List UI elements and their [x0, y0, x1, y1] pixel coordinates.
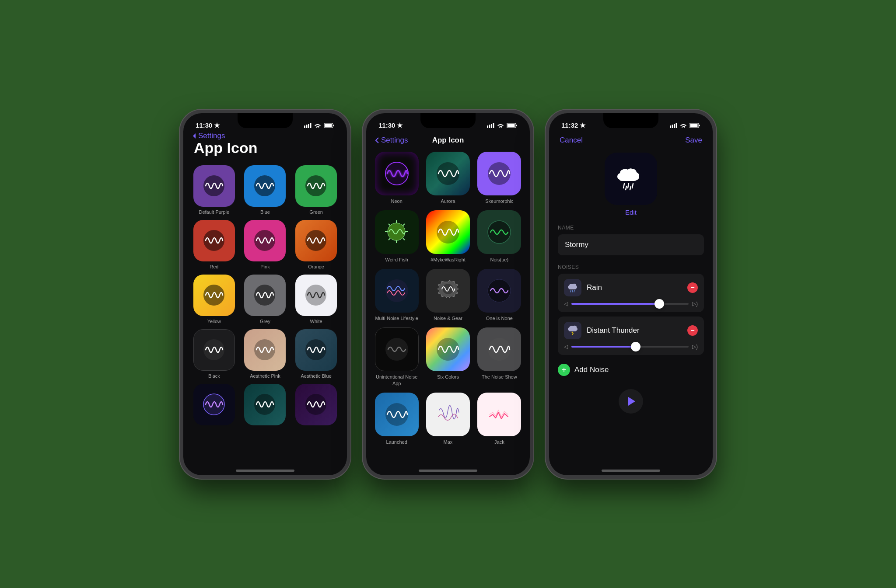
icon-item-teal[interactable] — [243, 384, 287, 428]
icon-item-aurora[interactable]: Aurora — [424, 152, 471, 204]
icon-item-green[interactable]: Green — [294, 165, 338, 215]
remove-thunder-button[interactable]: − — [687, 325, 698, 336]
icon-item-black[interactable]: Black — [192, 329, 236, 379]
icon-item-multi-noise[interactable]: Multi-Noise Lifestyle — [373, 269, 420, 321]
add-icon: + — [558, 364, 570, 376]
phone2-scroll-content[interactable]: Neon Aurora — [366, 148, 530, 471]
add-noise-label: Add Noise — [574, 365, 609, 374]
save-button[interactable]: Save — [685, 136, 702, 145]
svg-line-62 — [570, 290, 571, 292]
waveform-noisue — [486, 219, 512, 245]
app-icon-green — [295, 165, 337, 207]
back-button-1[interactable]: Settings — [192, 132, 225, 140]
home-indicator-1 — [236, 470, 294, 472]
remove-rain-button[interactable]: − — [687, 282, 698, 293]
icon-item-purple-outline[interactable] — [192, 384, 236, 428]
icon-item-noise-show[interactable]: The Noise Show — [476, 327, 523, 386]
icon-item-weird-fish[interactable]: Weird Fish — [373, 210, 420, 263]
rain-icon-bg — [564, 279, 581, 296]
icon-item-skeumorphic[interactable]: Skeumorphic — [476, 152, 523, 204]
svg-line-57 — [623, 184, 624, 188]
svg-point-44 — [443, 284, 453, 294]
svg-point-14 — [254, 285, 275, 306]
svg-rect-25 — [493, 123, 494, 128]
edit-link[interactable]: Edit — [625, 209, 637, 216]
icon-item-red[interactable]: Red — [192, 220, 236, 269]
rain-slider-track[interactable] — [571, 303, 689, 305]
icon-item-aesthetic-pink[interactable]: Aesthetic Pink — [243, 329, 287, 379]
waveform-neon — [384, 160, 410, 187]
back-button-2[interactable]: Settings — [375, 136, 408, 145]
cancel-button[interactable]: Cancel — [560, 136, 583, 145]
svg-line-61 — [630, 186, 631, 190]
name-input[interactable] — [558, 234, 704, 255]
add-noise-button[interactable]: + Add Noise — [558, 359, 704, 380]
icon-item-unintentional[interactable]: Unintentional Noise App — [373, 327, 420, 386]
icon-item-blue[interactable]: Blue — [243, 165, 287, 215]
play-button[interactable] — [619, 389, 643, 414]
icon-item-neon[interactable]: Neon — [373, 152, 420, 204]
waveform-multi — [384, 278, 410, 304]
svg-rect-24 — [491, 124, 492, 128]
icon-item-noisue[interactable]: Nois(ue) — [476, 210, 523, 263]
svg-point-17 — [254, 339, 275, 360]
noises-label: NOISES — [558, 264, 704, 270]
thunder-noise-name: Distant Thunder — [587, 326, 682, 335]
icon-label-unintentional: Unintentional Noise App — [373, 374, 420, 386]
waveform-gear — [434, 277, 462, 305]
thunder-slider-track[interactable] — [571, 346, 689, 348]
phone1-scroll-content[interactable]: App Icon Default Purple — [183, 139, 347, 458]
phone3-scroll-content[interactable]: Edit NAME NOISES — [549, 148, 713, 471]
svg-line-60 — [626, 186, 626, 190]
svg-point-7 — [203, 175, 224, 196]
waveform-myke — [435, 219, 461, 245]
app-icon-noise-show — [477, 327, 521, 371]
svg-line-38 — [403, 224, 405, 226]
icon-item-max[interactable]: Max — [424, 393, 471, 445]
waveform-svg-purple-outline — [202, 393, 226, 417]
icon-item-launched[interactable]: Launched — [373, 393, 420, 445]
phone-1: 11:30 ★ Settings App Icon — [180, 110, 350, 479]
waveform-unintentional — [384, 336, 410, 362]
icon-item-orange[interactable]: Orange — [294, 220, 338, 269]
signal-icon — [304, 123, 312, 128]
svg-point-11 — [254, 230, 275, 251]
icon-item-myke[interactable]: #MykeWasRight — [424, 210, 471, 263]
icon-item-dark-purple[interactable] — [294, 384, 338, 428]
icon-label-grey: Grey — [260, 319, 270, 324]
svg-line-39 — [388, 238, 390, 240]
notch-1 — [238, 113, 293, 128]
svg-rect-5 — [333, 125, 334, 126]
rain-slider-thumb — [654, 299, 664, 309]
icon-item-aesthetic-blue[interactable]: Aesthetic Blue — [294, 329, 338, 379]
rain-volume-row: ◁ ▷) — [564, 301, 698, 307]
app-icon-neon — [375, 152, 419, 195]
volume-high-icon-2: ▷) — [692, 344, 698, 350]
app-icon-dark-purple — [295, 384, 337, 425]
icon-item-noise-gear[interactable]: Noise & Gear — [424, 269, 471, 321]
nav-bar-1: Settings — [183, 132, 347, 139]
app-icon-black — [193, 329, 235, 371]
icon-item-jack[interactable]: Jack — [476, 393, 523, 445]
svg-point-20 — [254, 394, 275, 415]
icon-item-pink[interactable]: Pink — [243, 220, 287, 269]
waveform-aurora — [435, 160, 461, 187]
app-icon-skeumorphic — [477, 152, 521, 195]
rain-icon — [567, 282, 578, 293]
icon-item-one-is-none[interactable]: One is None — [476, 269, 523, 321]
svg-rect-23 — [489, 125, 490, 128]
icon-item-yellow[interactable]: Yellow — [192, 275, 236, 324]
icon-item-grey[interactable]: Grey — [243, 275, 287, 324]
chevron-left-icon — [192, 132, 196, 139]
icon-label-black: Black — [208, 373, 220, 379]
notch-3 — [603, 113, 658, 128]
play-icon — [625, 395, 637, 407]
icon-item-white[interactable]: White — [294, 275, 338, 324]
icon-item-default-purple[interactable]: Default Purple — [192, 165, 236, 215]
noise-row-rain: Rain − — [564, 279, 698, 296]
notch-2 — [420, 113, 476, 128]
icon-label-red: Red — [210, 264, 218, 269]
svg-line-37 — [388, 224, 390, 226]
status-time-1: 11:30 ★ — [196, 122, 220, 129]
icon-item-six-colors[interactable]: Six Colors — [424, 327, 471, 386]
